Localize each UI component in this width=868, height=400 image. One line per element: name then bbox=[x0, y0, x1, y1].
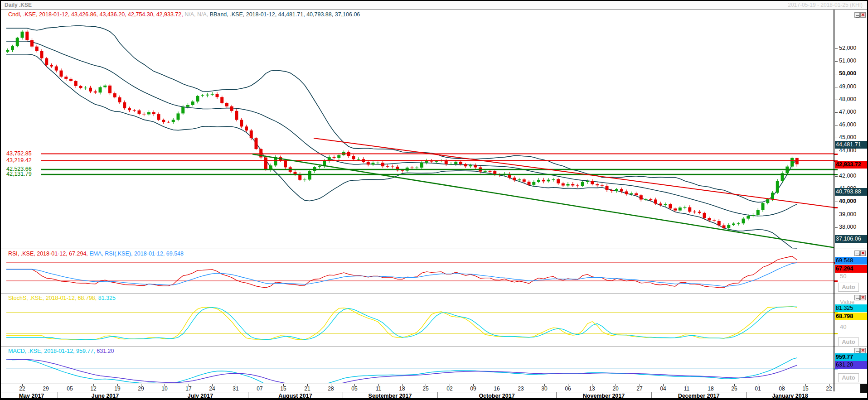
candle-body bbox=[216, 94, 219, 97]
candle-body bbox=[30, 40, 34, 47]
minimize-macd-panel-button[interactable] bbox=[854, 348, 860, 353]
close-rsi-panel-button[interactable]: ✕ bbox=[860, 251, 866, 256]
candle-body bbox=[610, 190, 613, 191]
month-label: January 2018 bbox=[746, 393, 834, 399]
axis-value-badge: 81.325 bbox=[835, 304, 868, 312]
price-tick-label: 42,000 bbox=[839, 173, 856, 179]
candle-body bbox=[576, 185, 579, 186]
date-tick-label: 10 bbox=[161, 386, 167, 392]
rsi-legend-segment: EMA, RSI(.KSE), 2018-01-12, 69.548 bbox=[89, 251, 184, 257]
candle-body bbox=[264, 158, 267, 170]
level-axis-tick bbox=[834, 333, 838, 334]
price-tick-mark bbox=[835, 61, 838, 62]
price-tick-label: 40,000 bbox=[839, 198, 856, 204]
date-tick-label: 21 bbox=[304, 386, 310, 392]
axis-corner bbox=[860, 384, 868, 393]
price-axis[interactable]: 52,00051,00050,00049,00048,00047,00046,0… bbox=[834, 10, 868, 384]
candle-body bbox=[776, 181, 779, 193]
date-tick-label: 23 bbox=[518, 386, 524, 392]
candle-body bbox=[654, 199, 657, 203]
axis-value-badge: 69.548 bbox=[835, 257, 868, 265]
candle-body bbox=[89, 88, 92, 92]
axis-value-badge: 44,481.71 bbox=[835, 141, 868, 149]
candle-body bbox=[99, 87, 102, 93]
title-bar[interactable]: Daily .KSE 2017-05-19 - 2018-01-25 (KHI) bbox=[1, 1, 867, 10]
candle-body bbox=[795, 158, 799, 164]
candle-body bbox=[737, 223, 740, 224]
candle-body bbox=[401, 170, 404, 171]
candle-body bbox=[235, 111, 238, 120]
date-tick-label: 29 bbox=[43, 386, 48, 392]
axis-auto-button[interactable]: Auto bbox=[838, 373, 859, 382]
macd-panel-divider[interactable] bbox=[1, 346, 868, 347]
candle-body bbox=[679, 207, 682, 210]
axis-value-badge: 67.294 bbox=[835, 265, 868, 273]
candle-body bbox=[211, 94, 214, 94]
price-tick-mark bbox=[835, 87, 838, 87]
minimize-main-panel-button[interactable] bbox=[854, 12, 860, 18]
date-tick-label: 30 bbox=[541, 386, 547, 392]
price-tick-mark bbox=[835, 100, 838, 100]
candle-body bbox=[308, 171, 311, 180]
candle-body bbox=[357, 159, 360, 159]
candle-body bbox=[567, 184, 570, 185]
candle-body bbox=[303, 179, 306, 180]
date-tick-label: 24 bbox=[209, 386, 215, 392]
candle-body bbox=[40, 51, 44, 58]
rsi-panel-divider[interactable] bbox=[1, 249, 868, 249]
date-tick-label: 01 bbox=[755, 386, 761, 392]
price-tick-label: 45,000 bbox=[839, 134, 856, 140]
candle-body bbox=[177, 113, 180, 120]
candle-body bbox=[240, 120, 243, 127]
price-tick-mark bbox=[835, 227, 838, 228]
candle-body bbox=[25, 32, 29, 40]
axis-line bbox=[834, 10, 834, 391]
stoch-chart-canvas[interactable] bbox=[1, 294, 834, 346]
candle-body bbox=[172, 120, 175, 122]
month-separator bbox=[556, 392, 557, 399]
candle-body bbox=[420, 163, 423, 168]
macd-chart-canvas[interactable] bbox=[1, 347, 834, 383]
chart-window: Daily .KSE 2017-05-19 - 2018-01-25 (KHI)… bbox=[0, 0, 868, 400]
macd-line bbox=[6, 358, 797, 383]
minimize-stoch-panel-button[interactable] bbox=[854, 295, 860, 300]
date-tick-label: 15 bbox=[802, 386, 808, 392]
trend-line[interactable] bbox=[252, 154, 834, 248]
date-axis[interactable]: 2229051219291017243107152128051118250209… bbox=[1, 384, 868, 399]
candle-body bbox=[562, 183, 565, 186]
candle-body bbox=[21, 32, 24, 38]
level-axis-tick bbox=[834, 280, 838, 282]
close-main-panel-button[interactable]: ✕ bbox=[860, 12, 866, 18]
candle-body bbox=[591, 181, 594, 184]
price-tick-mark bbox=[835, 74, 838, 74]
main-panel-buttons: ✕ bbox=[854, 12, 866, 18]
candle-body bbox=[464, 164, 467, 166]
candle-body bbox=[206, 95, 209, 96]
minimize-rsi-panel-button[interactable] bbox=[854, 251, 860, 256]
month-label: October 2017 bbox=[437, 393, 556, 399]
rsi-legend-segment: RSI, .KSE, 2018-01-12, 67.294, bbox=[8, 251, 89, 257]
candle-body bbox=[123, 102, 126, 108]
axis-auto-button[interactable]: Auto bbox=[838, 337, 859, 347]
main-chart-canvas[interactable] bbox=[1, 21, 834, 249]
candle-body bbox=[391, 167, 394, 167]
candle-body bbox=[74, 81, 78, 86]
stoch-panel-divider[interactable] bbox=[1, 293, 868, 294]
axis-auto-button[interactable]: Auto bbox=[838, 283, 859, 292]
date-tick-label: 18 bbox=[708, 386, 713, 392]
axis-value-badge: 37,106.06 bbox=[835, 235, 868, 243]
date-tick-label: 26 bbox=[731, 386, 737, 392]
price-tick-mark bbox=[835, 138, 838, 138]
axis-value-badge: 42,933.72 bbox=[835, 161, 868, 169]
stoch-legend: StochS, .KSE, 2018-01-12, 68.798, 81.325 bbox=[8, 295, 116, 301]
trend-line[interactable] bbox=[314, 138, 834, 207]
close-stoch-panel-button[interactable]: ✕ bbox=[860, 295, 866, 300]
candle-body bbox=[684, 207, 687, 208]
candle-body bbox=[532, 182, 535, 185]
candle-body bbox=[50, 65, 53, 66]
macd-legend: MACD, .KSE, 2018-01-12, 959.77, 631.20 bbox=[8, 348, 114, 354]
month-separator bbox=[153, 392, 153, 399]
close-macd-panel-button[interactable]: ✕ bbox=[860, 348, 866, 353]
candle-body bbox=[186, 105, 189, 107]
candle-body bbox=[635, 193, 638, 195]
